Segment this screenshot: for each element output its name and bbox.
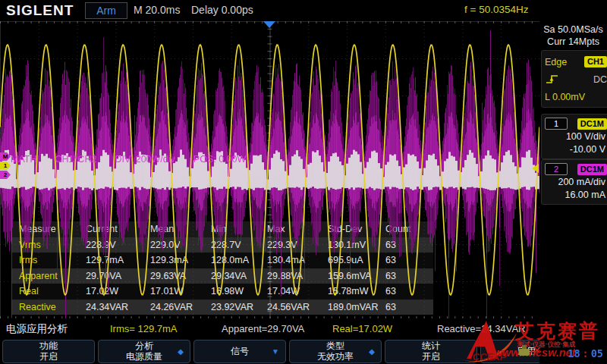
softkey-function[interactable]: 功能 开启 — [2, 340, 95, 363]
trigger-type: Edge — [545, 57, 567, 67]
readout-real: Real=17.02W — [332, 323, 392, 334]
trigger-position-marker[interactable] — [263, 21, 275, 28]
ch2-panel[interactable]: 2 DC1M 200 mA/div 16.00 mA — [541, 159, 607, 205]
usb-device-icon — [519, 349, 530, 356]
softkey-analysis[interactable]: 分析 电源质量 ◆ — [98, 340, 190, 363]
col-stddev: Std-Dev — [328, 224, 385, 234]
ch2-coupling-badge: DC1M — [577, 164, 607, 175]
bottom-status-bar: 电源应用分析 Irms= 129.7mA Apparent=29.70VA Re… — [0, 318, 607, 339]
top-status-bar: SIGLENT Arm M 20.0ms Delay 0.00ps f = 50… — [0, 0, 607, 21]
timebase-readout[interactable]: M 20.0ms — [134, 4, 180, 16]
readout-reactive: Reactive=24.34VAR — [437, 323, 525, 334]
sample-rate: Sa 50.0MSa/s — [539, 24, 607, 36]
softkey-menu: 功能 开启 分析 电源质量 ◆ 信号 ▼ 类型 无效功率 ◆ 统计 开启 应用 — [0, 339, 607, 364]
ch1-scale: 100 V/div — [545, 130, 607, 143]
col-mean: Mean — [150, 224, 211, 234]
app-mode-label: 电源应用分析 — [6, 322, 68, 336]
ch1-coupling-badge: DC1M — [577, 118, 607, 130]
math-channel-label: MATH CH1*CH2 DIV: 200W/div POS: 0.00W — [11, 154, 246, 165]
trigger-coupling: DC — [593, 74, 607, 85]
trigger-level-marker[interactable] — [532, 164, 539, 173]
table-row-vrms: Vrms 228.9V 229.0V 228.7V 229.3V 130.1mV… — [11, 237, 433, 253]
chevron-down-icon: ▼ — [272, 347, 279, 357]
ch2-offset: 16.00 mA — [545, 189, 607, 202]
ch2-scale: 200 mA/div — [545, 176, 607, 189]
ch1-number: 1 — [545, 118, 568, 130]
rising-edge-icon — [545, 74, 560, 85]
col-min: Min — [211, 224, 267, 234]
col-measure: Measure — [19, 224, 86, 234]
softkey-statistics[interactable]: 统计 开启 — [385, 340, 477, 363]
table-row-irms: Irms 129.7mA 129.3mA 128.0mA 130.4mA 695… — [11, 253, 433, 268]
system-clock: 18:05 — [568, 347, 603, 359]
math-position: POS: 0.00W — [193, 154, 246, 165]
diamond-select-icon: ◆ — [369, 347, 375, 357]
ch1-panel[interactable]: 1 DC1M 100 V/div -10.00 V — [541, 114, 607, 159]
acquisition-status[interactable]: Arm — [85, 2, 127, 19]
clock-hours: 18 — [568, 347, 580, 359]
delay-readout[interactable]: Delay 0.00ps — [191, 4, 253, 16]
math-div-scale: DIV: 200W/div — [115, 154, 175, 165]
col-current: Current — [86, 224, 150, 234]
math-expression: CH1*CH2 — [55, 154, 97, 165]
frequency-counter: f = 50.0354Hz — [464, 4, 528, 15]
brand-logo: SIGLENT — [6, 2, 74, 19]
readout-irms: Irms= 129.7mA — [110, 323, 178, 334]
diamond-select-icon: ◆ — [178, 347, 184, 357]
readout-apparent: Apparent=29.70VA — [222, 323, 304, 334]
trigger-source-badge: CH1 — [584, 56, 607, 67]
table-row-real: Real 17.02W 17.01W 16.98W 17.04W 15.78mW… — [11, 284, 433, 300]
table-row-apparent: Apparent 29.70VA 29.63VA 29.34VA 29.88VA… — [11, 268, 433, 284]
measurement-table: Measure Current Mean Min Max Std-Dev Cou… — [11, 221, 433, 315]
col-count: Count — [385, 224, 433, 234]
table-row-reactive: Reactive 24.34VAR 24.26VAR 23.92VAR 24.5… — [11, 300, 433, 315]
acquisition-info: Sa 50.0MSa/s Curr 14Mpts — [539, 24, 607, 48]
math-name: MATH — [11, 154, 37, 165]
col-max: Max — [267, 224, 328, 234]
ch2-number: 2 — [545, 163, 568, 175]
clock-minutes: 05 — [591, 347, 603, 359]
table-header-row: Measure Current Mean Min Max Std-Dev Cou… — [11, 221, 433, 237]
printer-error-icon: ✕ — [533, 345, 542, 356]
ch1-offset: -10.00 V — [545, 143, 607, 156]
softkey-signal[interactable]: 信号 ▼ — [193, 340, 286, 363]
softkey-type[interactable]: 类型 无效功率 ◆ — [289, 340, 382, 363]
trigger-panel[interactable]: Edge CH1 DC L 0.00mV — [541, 50, 607, 108]
memory-depth: Curr 14Mpts — [539, 36, 607, 48]
oscilloscope-screen: SIGLENT Arm M 20.0ms Delay 0.00ps f = 50… — [0, 0, 607, 364]
trigger-level: L 0.00mV — [545, 92, 585, 102]
